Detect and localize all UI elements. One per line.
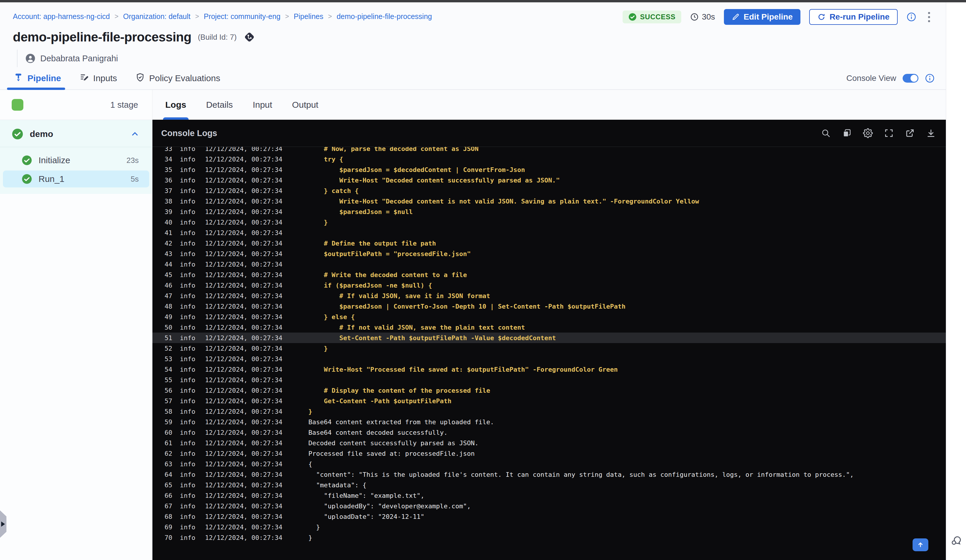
stage-name: demo <box>30 129 131 139</box>
log-line-number: 66 <box>153 492 172 499</box>
log-timestamp: 12/12/2024, 00:27:34 <box>205 471 283 478</box>
log-message: # Display the content of the processed f… <box>308 387 490 394</box>
step-row-initialize[interactable]: Initialize23s <box>3 152 149 169</box>
search-icon[interactable] <box>821 128 831 138</box>
copy-icon[interactable] <box>842 128 852 138</box>
log-timestamp: 12/12/2024, 00:27:34 <box>205 208 283 215</box>
log-row: 67info12/12/2024, 00:27:34 "uploadedBy":… <box>153 501 946 511</box>
tab-inputs[interactable]: Inputs <box>79 67 118 89</box>
more-options-icon[interactable] <box>925 10 933 24</box>
log-message: # Write the decoded content to a file <box>308 271 467 279</box>
log-level: info <box>180 524 195 531</box>
log-message: try { <box>308 156 343 163</box>
log-message: } <box>308 345 328 352</box>
log-line-number: 40 <box>153 219 172 226</box>
log-level: info <box>180 198 195 205</box>
log-timestamp: 12/12/2024, 00:27:34 <box>205 450 283 457</box>
log-line-number: 69 <box>153 524 172 531</box>
tab-label: Pipeline <box>28 73 61 83</box>
log-level: info <box>180 376 195 384</box>
console-tab-input[interactable]: Input <box>253 90 272 120</box>
chevron-up-icon[interactable] <box>131 130 139 138</box>
breadcrumb-separator: > <box>115 13 118 20</box>
log-message: if ($parsedJson -ne $null) { <box>308 282 432 289</box>
download-icon[interactable] <box>926 128 936 138</box>
step-list: Initialize23sRun_15s <box>0 147 152 187</box>
log-line-number: 59 <box>153 419 172 426</box>
inputs-icon <box>79 72 89 84</box>
breadcrumb-link[interactable]: Organization: default <box>123 12 191 21</box>
log-row: 49info12/12/2024, 00:27:34 } else { <box>153 312 946 322</box>
log-timestamp: 12/12/2024, 00:27:34 <box>205 513 283 520</box>
console-view-info-icon[interactable] <box>925 73 935 83</box>
pipeline-icon <box>13 72 23 84</box>
user-avatar-icon <box>25 53 36 64</box>
log-timestamp: 12/12/2024, 00:27:34 <box>205 156 283 163</box>
rerun-info-icon[interactable] <box>907 12 916 22</box>
console-view-toggle[interactable] <box>903 74 918 83</box>
log-line-number: 70 <box>153 534 172 541</box>
breadcrumb-link[interactable]: Project: community-eng <box>204 12 281 21</box>
log-timestamp: 12/12/2024, 00:27:34 <box>205 397 283 405</box>
console-tab-details[interactable]: Details <box>206 90 233 120</box>
stage-count-row: 1 stage <box>0 90 152 120</box>
log-row: 64info12/12/2024, 00:27:34 "content": "T… <box>153 469 946 480</box>
log-timestamp: 12/12/2024, 00:27:34 <box>205 492 283 499</box>
scroll-to-top-button[interactable] <box>913 539 928 551</box>
log-level: info <box>180 219 195 226</box>
log-level: info <box>180 156 195 163</box>
status-badge: SUCCESS <box>623 10 682 23</box>
log-level: info <box>180 324 195 331</box>
log-message: } else { <box>308 313 355 320</box>
open-in-new-icon[interactable] <box>905 128 915 138</box>
duration: 30s <box>690 12 715 21</box>
log-line-number: 67 <box>153 503 172 510</box>
log-line-number: 68 <box>153 513 172 520</box>
log-row: 59info12/12/2024, 00:27:34Base64 content… <box>153 417 946 427</box>
log-level: info <box>180 429 195 436</box>
breadcrumb-link[interactable]: Pipelines <box>294 12 323 21</box>
stage-group: demo Initialize23sRun_15s <box>0 120 152 194</box>
log-line-number: 34 <box>153 156 172 163</box>
breadcrumb-link[interactable]: Account: app-harness-ng-cicd <box>13 12 110 21</box>
step-name: Run_1 <box>39 174 131 184</box>
support-chat-icon[interactable] <box>950 534 963 548</box>
git-commit-icon[interactable] <box>243 31 256 43</box>
log-message: } <box>308 219 328 226</box>
log-line-number: 53 <box>153 355 172 363</box>
log-level: info <box>180 387 195 394</box>
log-line-number: 61 <box>153 439 172 447</box>
log-level: info <box>180 481 195 489</box>
stage-status-square <box>12 99 23 111</box>
log-timestamp: 12/12/2024, 00:27:34 <box>205 219 283 226</box>
log-level: info <box>180 313 195 320</box>
rerun-pipeline-button[interactable]: Re-run Pipeline <box>809 9 898 25</box>
fullscreen-icon[interactable] <box>884 128 894 138</box>
pencil-icon <box>731 13 740 21</box>
log-level: info <box>180 408 195 415</box>
log-timestamp: 12/12/2024, 00:27:34 <box>205 198 283 205</box>
caret-right-icon <box>1 521 5 527</box>
edit-pipeline-button[interactable]: Edit Pipeline <box>724 9 800 25</box>
log-level: info <box>180 303 195 310</box>
log-level: info <box>180 419 195 426</box>
log-level: info <box>180 534 195 541</box>
log-level: info <box>180 492 195 499</box>
log-message: } <box>308 524 320 531</box>
log-line-number: 36 <box>153 177 172 184</box>
log-line-number: 47 <box>153 292 172 300</box>
log-row: 55info12/12/2024, 00:27:34 <box>153 374 946 385</box>
tab-pipeline[interactable]: Pipeline <box>13 67 62 89</box>
log-row: 60info12/12/2024, 00:27:34Base64 content… <box>153 427 946 438</box>
step-row-run_1[interactable]: Run_15s <box>3 171 149 187</box>
status-label: SUCCESS <box>640 13 676 21</box>
log-line-number: 58 <box>153 408 172 415</box>
breadcrumb-link[interactable]: demo-pipeline-file-processing <box>337 12 432 21</box>
log-row: 52info12/12/2024, 00:27:34 } <box>153 343 946 353</box>
console-tab-logs[interactable]: Logs <box>165 90 186 120</box>
tab-policy-evaluations[interactable]: Policy Evaluations <box>135 67 221 89</box>
log-timestamp: 12/12/2024, 00:27:34 <box>205 534 283 541</box>
stage-group-header[interactable]: demo <box>0 120 152 147</box>
console-tab-output[interactable]: Output <box>292 90 318 120</box>
settings-icon[interactable] <box>863 128 873 138</box>
